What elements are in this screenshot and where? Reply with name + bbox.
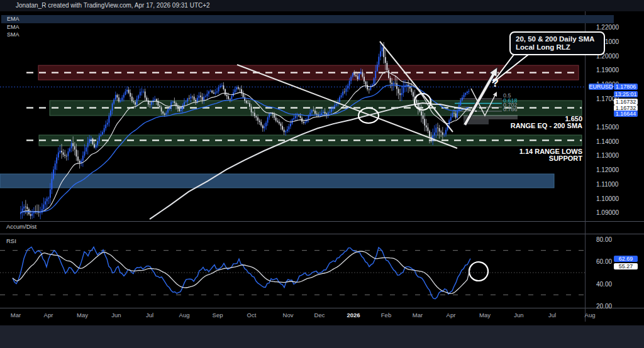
- rsi-tick: 20.00: [596, 303, 612, 310]
- callout-note[interactable]: 20, 50 & 200 Daily SMA Local Long RLZ: [509, 31, 605, 55]
- candle: [226, 95, 228, 96]
- candle: [308, 116, 309, 119]
- candle: [125, 92, 126, 95]
- legend-item-sma[interactable]: SMA: [7, 31, 19, 38]
- candle: [375, 71, 376, 79]
- candle: [436, 128, 437, 133]
- candle: [230, 99, 231, 100]
- candle: [365, 82, 367, 85]
- candle: [97, 141, 98, 145]
- candle: [424, 119, 425, 125]
- candle: [469, 91, 470, 92]
- candle: [341, 95, 342, 97]
- legend-item-ema-2[interactable]: EMA: [7, 24, 19, 30]
- candle: [358, 74, 360, 80]
- chart-credit: Jonatan_R created with TradingView.com, …: [16, 2, 210, 9]
- fib-label: 0.786: [503, 107, 518, 112]
- candle: [367, 85, 368, 89]
- rsi-title[interactable]: RSI: [6, 237, 16, 244]
- month-label: May: [77, 312, 88, 318]
- candle: [265, 122, 267, 126]
- candle: [303, 122, 304, 123]
- candle: [128, 90, 130, 93]
- candle: [260, 122, 262, 125]
- candle: [248, 103, 249, 104]
- candle: [48, 198, 49, 199]
- candle: [357, 76, 358, 79]
- candle: [117, 95, 118, 97]
- candle: [388, 70, 389, 78]
- accum-dist-title[interactable]: Accum/Dist: [6, 223, 36, 230]
- month-label: Mar: [413, 312, 423, 318]
- candle: [395, 83, 396, 84]
- candle: [118, 97, 119, 101]
- candle: [413, 92, 414, 97]
- candle: [349, 81, 350, 86]
- candle: [89, 139, 90, 143]
- candle: [391, 83, 392, 84]
- candle: [74, 146, 75, 150]
- candle: [156, 99, 157, 101]
- candle: [403, 87, 404, 93]
- price-tick: 1.22000: [596, 24, 619, 31]
- candle: [43, 205, 45, 209]
- candle: [379, 57, 380, 65]
- range-eq-label: RANGE EQ - 200 SMA: [511, 122, 582, 129]
- month-label: Jun: [514, 312, 523, 318]
- candle: [455, 114, 457, 118]
- candle: [297, 116, 298, 116]
- rsi-tick: 40.00: [596, 281, 612, 288]
- candle: [86, 148, 87, 152]
- candle: [79, 161, 80, 163]
- candle: [279, 122, 280, 124]
- candle: [146, 97, 147, 100]
- candle: [360, 72, 362, 73]
- candle: [61, 151, 62, 152]
- candle: [101, 134, 102, 136]
- candle: [401, 93, 402, 95]
- candle: [264, 126, 265, 128]
- month-label: Mar: [11, 312, 21, 318]
- range-lows-line2: SUPPORT: [519, 155, 582, 162]
- candle: [50, 190, 51, 198]
- candle: [274, 114, 275, 118]
- candle: [383, 47, 384, 57]
- candle: [387, 63, 388, 70]
- candle: [218, 87, 219, 92]
- candle: [221, 85, 223, 86]
- candle: [243, 94, 244, 97]
- candle: [191, 97, 192, 99]
- candle: [182, 106, 184, 110]
- candle: [64, 155, 65, 156]
- candle: [442, 133, 443, 135]
- candle: [429, 131, 430, 136]
- callout-line-1: 20, 50 & 200 Daily SMA: [516, 35, 599, 43]
- candle: [202, 97, 203, 100]
- legend-item-ema-1[interactable]: EMA: [7, 16, 19, 22]
- candle: [47, 198, 48, 201]
- candle: [280, 124, 282, 126]
- candle: [105, 124, 106, 128]
- candle: [314, 111, 316, 114]
- candle: [66, 156, 67, 156]
- candle: [362, 72, 364, 77]
- candle: [339, 97, 340, 102]
- candle: [110, 111, 111, 116]
- candle: [142, 92, 143, 92]
- candle: [109, 116, 110, 122]
- ema-value-label: 1.16732: [614, 99, 638, 105]
- legend-selected-row[interactable]: [1, 15, 614, 23]
- range-lows-note: 1.14 RANGE LOWS SUPPORT: [519, 148, 582, 162]
- callout-line-2: Local Long RLZ: [516, 43, 599, 52]
- month-label: Dec: [314, 312, 325, 318]
- candle: [355, 75, 357, 76]
- candle: [92, 138, 94, 144]
- candle: [305, 122, 306, 123]
- candle: [423, 116, 424, 119]
- candle: [123, 95, 125, 98]
- candle: [112, 104, 113, 111]
- candle: [120, 101, 121, 102]
- candle: [411, 89, 413, 92]
- candle: [184, 102, 185, 105]
- candle: [370, 87, 372, 90]
